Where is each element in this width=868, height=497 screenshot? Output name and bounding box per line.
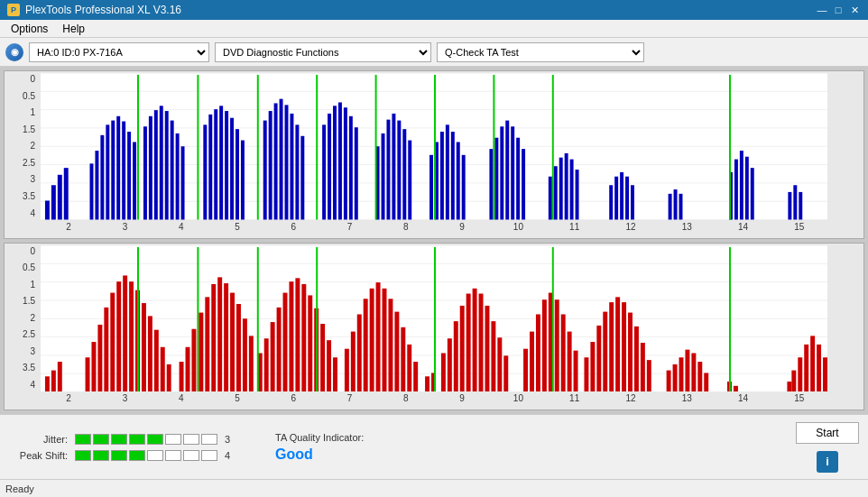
svg-rect-192 (552, 246, 554, 391)
svg-rect-89 (614, 177, 618, 220)
x-label: 6 (265, 393, 321, 403)
svg-rect-9 (45, 200, 50, 219)
menu-options[interactable]: Options (4, 21, 55, 37)
svg-rect-167 (388, 299, 392, 391)
y-label-3: 2.5 (23, 330, 35, 339)
x-label: 7 (321, 393, 377, 403)
x-label: 2 (41, 222, 97, 232)
svg-rect-48 (300, 136, 304, 220)
svg-rect-117 (86, 357, 90, 391)
svg-rect-178 (460, 305, 465, 391)
x-label: 12 (603, 222, 659, 232)
start-button[interactable]: Start (796, 422, 859, 444)
svg-rect-35 (219, 106, 223, 219)
x-label: 15 (771, 393, 827, 403)
ta-quality-value: Good (275, 446, 313, 463)
menu-help[interactable]: Help (55, 21, 92, 37)
svg-rect-80 (493, 75, 494, 220)
svg-rect-171 (413, 362, 418, 391)
svg-rect-41 (263, 121, 267, 220)
svg-rect-198 (596, 325, 601, 391)
peak-seg-5 (147, 450, 163, 461)
y-label-5: 1.5 (23, 297, 35, 306)
svg-rect-21 (133, 142, 136, 219)
svg-rect-23 (143, 126, 147, 219)
svg-rect-55 (349, 116, 353, 220)
jitter-seg-6 (165, 434, 181, 445)
svg-rect-99 (745, 157, 749, 220)
x-label: 11 (547, 393, 603, 403)
svg-rect-149 (277, 307, 282, 391)
svg-rect-67 (440, 132, 444, 220)
y-label-2: 3 (30, 175, 35, 184)
top-chart-svg (41, 73, 827, 220)
svg-rect-51 (328, 114, 331, 220)
svg-rect-65 (429, 155, 433, 220)
svg-rect-124 (129, 281, 134, 391)
svg-rect-17 (111, 121, 115, 220)
y-label-1: 3.5 (23, 192, 35, 201)
svg-rect-186 (523, 348, 528, 391)
svg-rect-156 (316, 246, 318, 391)
minimize-button[interactable]: — (816, 4, 828, 16)
main-content: 4 3.5 3 2.5 2 1.5 1 0.5 0 (0, 67, 868, 414)
svg-rect-165 (376, 282, 381, 391)
svg-rect-98 (740, 151, 743, 219)
x-label: 14 (715, 222, 771, 232)
x-label: 4 (153, 393, 209, 403)
svg-rect-129 (154, 329, 159, 391)
svg-rect-90 (620, 172, 623, 220)
x-label: 10 (490, 222, 546, 232)
svg-rect-54 (344, 107, 347, 219)
svg-rect-10 (51, 185, 56, 219)
x-label: 11 (547, 222, 603, 232)
svg-rect-217 (791, 370, 796, 391)
maximize-button[interactable]: □ (832, 4, 845, 16)
info-button[interactable]: i (817, 451, 838, 473)
svg-rect-84 (565, 153, 568, 220)
x-label: 7 (321, 222, 377, 232)
svg-rect-152 (295, 278, 300, 391)
jitter-seg-8 (201, 434, 217, 445)
svg-rect-91 (625, 177, 629, 220)
svg-rect-188 (536, 314, 540, 391)
svg-rect-211 (691, 353, 696, 391)
svg-rect-161 (351, 331, 356, 391)
svg-rect-100 (751, 168, 754, 219)
svg-rect-189 (542, 299, 547, 391)
svg-rect-72 (434, 75, 436, 220)
svg-rect-182 (485, 305, 489, 391)
function-selector[interactable]: DVD Diagnostic Functions (215, 42, 431, 62)
metrics-section: Jitter: 3 Peak Shift: (9, 434, 239, 461)
svg-rect-33 (208, 115, 212, 220)
peak-seg-1 (75, 450, 91, 461)
peak-seg-6 (165, 450, 181, 461)
start-btn-section: Start i (796, 422, 859, 473)
svg-rect-168 (394, 311, 399, 391)
svg-rect-147 (264, 338, 269, 391)
x-label: 13 (659, 393, 715, 403)
x-label: 14 (715, 393, 771, 403)
close-button[interactable]: ✕ (848, 4, 861, 16)
drive-selector[interactable]: HA:0 ID:0 PX-716A (29, 42, 209, 62)
svg-rect-81 (549, 177, 552, 220)
svg-rect-114 (45, 376, 50, 391)
jitter-seg-1 (75, 434, 91, 445)
svg-rect-26 (160, 106, 163, 219)
svg-rect-193 (561, 314, 566, 391)
svg-rect-14 (95, 151, 98, 219)
svg-rect-195 (574, 350, 578, 391)
svg-rect-52 (333, 106, 337, 219)
svg-rect-88 (609, 185, 613, 219)
svg-rect-164 (370, 288, 374, 391)
svg-rect-22 (137, 75, 139, 220)
svg-rect-187 (530, 331, 534, 391)
svg-rect-210 (685, 349, 689, 391)
svg-rect-157 (320, 323, 325, 391)
svg-rect-74 (494, 138, 498, 220)
test-selector[interactable]: Q-Check TA Test (437, 42, 644, 62)
y-label-8: 0 (30, 247, 35, 256)
svg-rect-128 (148, 316, 152, 391)
x-label: 4 (153, 222, 209, 232)
x-label: 5 (209, 393, 265, 403)
